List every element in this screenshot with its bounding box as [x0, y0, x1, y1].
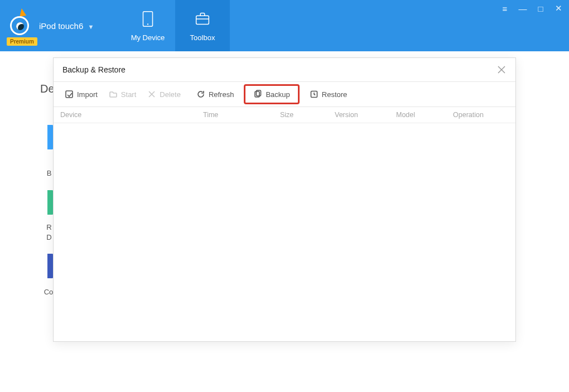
- chevron-down-icon: ▼: [88, 23, 94, 30]
- menu-icon[interactable]: ≡: [500, 3, 510, 13]
- page-heading-fragment: De: [40, 83, 55, 95]
- restore-icon: [310, 90, 319, 99]
- backup-icon: [253, 90, 262, 99]
- ipad-icon: [138, 9, 157, 30]
- dialog-header: Backup & Restore: [54, 58, 515, 81]
- tab-label: Toolbox: [190, 33, 215, 42]
- app-logo: Premium: [8, 13, 33, 38]
- brand-area: Premium iPod touch6 ▼: [0, 0, 120, 51]
- backup-restore-dialog: Backup & Restore Import Start Delete Ref…: [53, 57, 516, 342]
- column-headers: Device Time Size Version Model Operation: [54, 107, 515, 123]
- app-header: Premium iPod touch6 ▼ My Device Toolbox …: [0, 0, 569, 51]
- import-icon: [65, 90, 74, 99]
- backup-list-empty: [54, 123, 515, 341]
- device-name: iPod touch6: [39, 21, 83, 31]
- col-model[interactable]: Model: [389, 111, 446, 119]
- col-size[interactable]: Size: [273, 111, 328, 119]
- button-label: Refresh: [209, 90, 234, 99]
- col-version[interactable]: Version: [328, 111, 389, 119]
- delete-button: Delete: [142, 86, 186, 102]
- tab-my-device[interactable]: My Device: [120, 0, 175, 51]
- button-label: Delete: [160, 90, 181, 99]
- dialog-close-button[interactable]: [496, 65, 507, 75]
- restore-button[interactable]: Restore: [304, 86, 353, 102]
- svg-point-1: [147, 23, 148, 25]
- premium-badge: Premium: [7, 37, 37, 46]
- svg-rect-2: [196, 16, 209, 24]
- start-button: Start: [103, 86, 142, 102]
- tab-label: My Device: [131, 33, 165, 42]
- button-label: Restore: [322, 90, 348, 99]
- close-icon[interactable]: ✕: [553, 3, 563, 13]
- button-label: Backup: [266, 90, 290, 99]
- button-label: Import: [77, 90, 98, 99]
- col-device[interactable]: Device: [54, 111, 196, 119]
- refresh-icon: [196, 90, 205, 99]
- delete-icon: [147, 90, 156, 99]
- window-controls: ≡ — □ ✕: [500, 3, 563, 13]
- highlight-annotation: Backup: [244, 84, 299, 104]
- col-operation[interactable]: Operation: [446, 111, 515, 119]
- main-tabs: My Device Toolbox: [120, 0, 230, 51]
- folder-icon: [109, 90, 118, 99]
- minimize-icon[interactable]: —: [518, 3, 528, 13]
- tab-toolbox[interactable]: Toolbox: [175, 0, 230, 51]
- col-time[interactable]: Time: [196, 111, 273, 119]
- dialog-toolbar: Import Start Delete Refresh Backup Resto…: [54, 82, 515, 107]
- device-picker[interactable]: iPod touch6 ▼: [39, 21, 94, 31]
- button-label: Start: [121, 90, 136, 99]
- maximize-icon[interactable]: □: [536, 3, 546, 13]
- toolbox-icon: [193, 9, 212, 30]
- refresh-button[interactable]: Refresh: [191, 86, 240, 102]
- dialog-title: Backup & Restore: [62, 65, 126, 74]
- import-button[interactable]: Import: [59, 86, 103, 102]
- backup-button[interactable]: Backup: [249, 88, 294, 101]
